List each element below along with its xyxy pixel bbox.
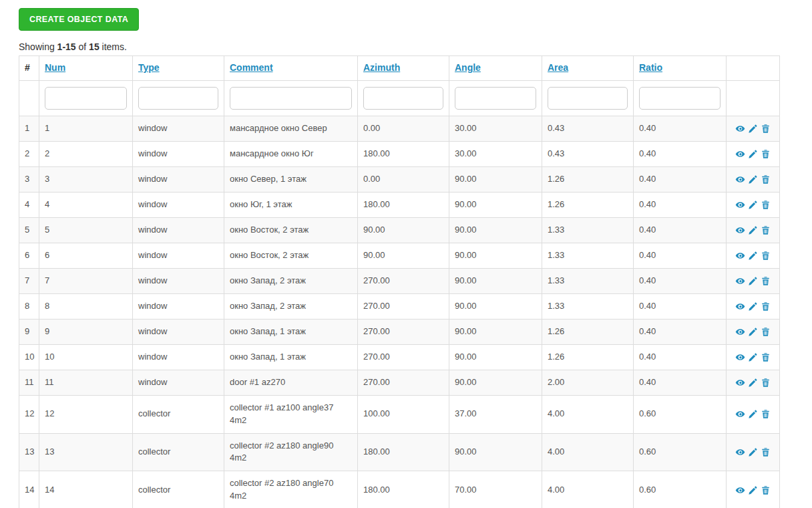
summary-items-label: items. bbox=[102, 41, 127, 52]
summary-range: 1-15 bbox=[57, 41, 76, 52]
pencil-icon bbox=[748, 124, 758, 134]
cell-azimuth: 0.00 bbox=[358, 166, 449, 192]
delete-action-button[interactable] bbox=[761, 275, 771, 287]
delete-action-button[interactable] bbox=[761, 376, 771, 389]
view-action-button[interactable] bbox=[735, 446, 745, 459]
cell-index: 10 bbox=[19, 344, 39, 370]
update-action-button[interactable] bbox=[748, 300, 758, 313]
sort-link-ratio[interactable]: Ratio bbox=[639, 62, 662, 73]
cell-angle: 37.00 bbox=[449, 395, 542, 433]
pencil-icon bbox=[748, 225, 758, 235]
delete-action-button[interactable] bbox=[761, 446, 771, 459]
cell-type: collector bbox=[133, 395, 224, 433]
filter-input-angle[interactable] bbox=[455, 87, 536, 110]
update-action-button[interactable] bbox=[748, 446, 758, 459]
update-action-button[interactable] bbox=[748, 249, 758, 262]
view-action-button[interactable] bbox=[735, 122, 745, 135]
update-action-button[interactable] bbox=[748, 148, 758, 160]
sort-link-comment[interactable]: Comment bbox=[230, 62, 273, 73]
cell-comment: окно Север, 1 этаж bbox=[224, 166, 358, 192]
update-action-button[interactable] bbox=[748, 275, 758, 287]
cell-actions bbox=[727, 344, 780, 370]
header-cell-comment: Comment bbox=[224, 56, 358, 81]
filter-row bbox=[19, 81, 780, 116]
filter-input-type[interactable] bbox=[138, 87, 218, 110]
view-action-button[interactable] bbox=[735, 199, 745, 211]
delete-action-button[interactable] bbox=[761, 249, 771, 262]
cell-actions bbox=[727, 293, 780, 319]
trash-icon bbox=[761, 409, 771, 419]
filter-input-area[interactable] bbox=[548, 87, 628, 110]
filter-input-comment[interactable] bbox=[230, 87, 352, 110]
trash-icon bbox=[761, 378, 771, 388]
view-action-button[interactable] bbox=[735, 249, 745, 262]
sort-link-type[interactable]: Type bbox=[138, 62, 160, 73]
view-action-button[interactable] bbox=[735, 376, 745, 389]
update-action-button[interactable] bbox=[748, 408, 758, 420]
update-action-button[interactable] bbox=[748, 199, 758, 211]
cell-index: 8 bbox=[19, 293, 39, 319]
cell-ratio: 0.60 bbox=[634, 471, 727, 508]
sort-link-azimuth[interactable]: Azimuth bbox=[363, 62, 400, 73]
cell-num: 7 bbox=[39, 268, 133, 293]
sort-link-angle[interactable]: Angle bbox=[455, 62, 481, 73]
update-action-button[interactable] bbox=[748, 376, 758, 389]
cell-index: 13 bbox=[19, 433, 39, 471]
update-action-button[interactable] bbox=[748, 484, 758, 497]
cell-azimuth: 100.00 bbox=[358, 395, 449, 433]
cell-index: 14 bbox=[19, 471, 39, 508]
filter-cell-type bbox=[133, 81, 224, 116]
cell-num: 4 bbox=[39, 192, 133, 217]
filter-input-ratio[interactable] bbox=[639, 87, 721, 110]
view-action-button[interactable] bbox=[735, 326, 745, 338]
delete-action-button[interactable] bbox=[761, 148, 771, 160]
view-action-button[interactable] bbox=[735, 173, 745, 186]
sort-link-area[interactable]: Area bbox=[548, 62, 568, 73]
page-content: CREATE OBJECT DATA Showing 1-15 of 15 it… bbox=[0, 0, 812, 508]
eye-icon bbox=[735, 200, 745, 210]
cell-ratio: 0.40 bbox=[634, 243, 727, 268]
delete-action-button[interactable] bbox=[761, 122, 771, 135]
delete-action-button[interactable] bbox=[761, 351, 771, 364]
delete-action-button[interactable] bbox=[761, 300, 771, 313]
view-action-button[interactable] bbox=[735, 484, 745, 497]
create-object-data-button[interactable]: CREATE OBJECT DATA bbox=[19, 8, 139, 31]
cell-area: 1.26 bbox=[542, 166, 634, 192]
view-action-button[interactable] bbox=[735, 351, 745, 364]
eye-icon bbox=[735, 352, 745, 362]
delete-action-button[interactable] bbox=[761, 173, 771, 186]
pencil-icon bbox=[748, 378, 758, 388]
view-action-button[interactable] bbox=[735, 224, 745, 237]
cell-azimuth: 90.00 bbox=[358, 243, 449, 268]
view-action-button[interactable] bbox=[735, 148, 745, 160]
cell-type: window bbox=[133, 243, 224, 268]
view-action-button[interactable] bbox=[735, 300, 745, 313]
update-action-button[interactable] bbox=[748, 224, 758, 237]
delete-action-button[interactable] bbox=[761, 199, 771, 211]
filter-input-num[interactable] bbox=[45, 87, 127, 110]
filter-input-azimuth[interactable] bbox=[363, 87, 443, 110]
eye-icon bbox=[735, 174, 745, 184]
delete-action-button[interactable] bbox=[761, 326, 771, 338]
pencil-icon bbox=[748, 409, 758, 419]
delete-action-button[interactable] bbox=[761, 224, 771, 237]
cell-num: 2 bbox=[39, 141, 133, 166]
summary-showing-label: Showing bbox=[19, 41, 55, 52]
sort-link-num[interactable]: Num bbox=[45, 62, 65, 73]
cell-azimuth: 180.00 bbox=[358, 433, 449, 471]
delete-action-button[interactable] bbox=[761, 484, 771, 497]
cell-actions bbox=[727, 319, 780, 344]
update-action-button[interactable] bbox=[748, 326, 758, 338]
update-action-button[interactable] bbox=[748, 173, 758, 186]
delete-action-button[interactable] bbox=[761, 408, 771, 420]
cell-azimuth: 0.00 bbox=[358, 116, 449, 142]
cell-index: 11 bbox=[19, 370, 39, 395]
view-action-button[interactable] bbox=[735, 275, 745, 287]
view-action-button[interactable] bbox=[735, 408, 745, 420]
cell-num: 8 bbox=[39, 293, 133, 319]
cell-num: 1 bbox=[39, 116, 133, 142]
grid-view: #NumTypeCommentAzimuthAngleAreaRatio 11w… bbox=[19, 55, 812, 508]
update-action-button[interactable] bbox=[748, 351, 758, 364]
update-action-button[interactable] bbox=[748, 122, 758, 135]
cell-comment: окно Юг, 1 этаж bbox=[224, 192, 358, 217]
